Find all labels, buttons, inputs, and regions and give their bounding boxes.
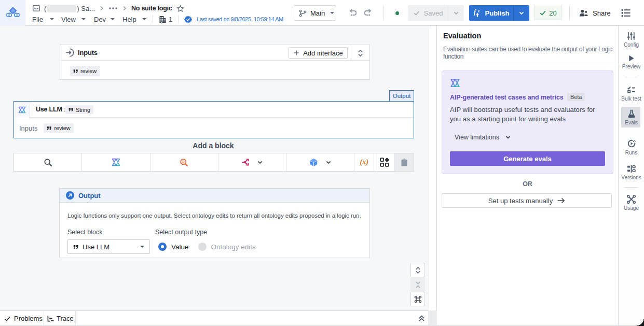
svg-text:f: f [474,9,476,16]
svg-text:x: x [477,9,479,13]
